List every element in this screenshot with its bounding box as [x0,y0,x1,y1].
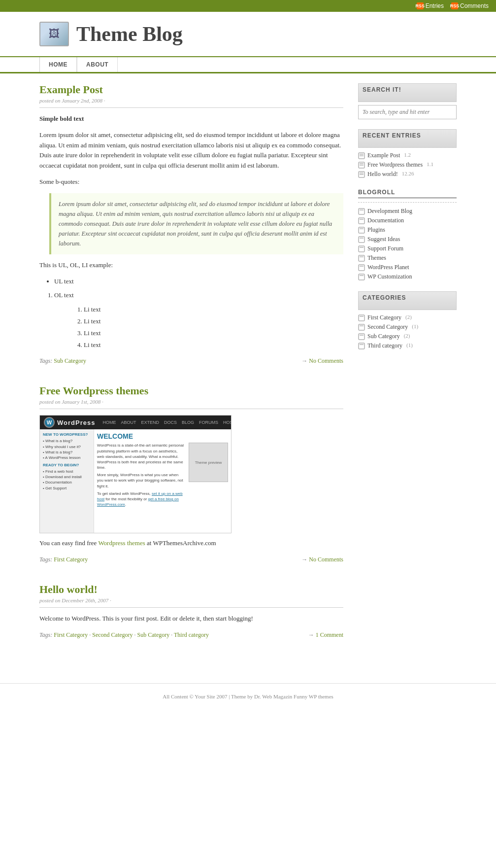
list-item: Plugins [358,225,457,235]
wp-nav-forums: FORUMS [199,420,218,425]
post-footer-free-wp: Tags: First Category → No Comments [39,556,343,563]
wp-nav-extend: EXTEND [141,420,159,425]
bold-text: Simple bold text [39,115,84,122]
wp-nav-hosting: HOSTING [223,420,231,425]
post-content-example: Simple bold text Lorem ipsum dolor sit a… [39,114,343,350]
ul-list: UL text [54,277,343,287]
post-link-free-wp[interactable]: Free Wordpress themes [39,384,148,397]
main-content: Example Post posted on January 2nd, 2008… [39,83,358,659]
comments-link-hello[interactable]: → 1 Comment [308,631,343,639]
tag-sub-category[interactable]: Sub Category [54,357,86,364]
list-item: Li text [84,305,343,315]
topbar: RSS Entries RSS Comments [0,0,496,12]
blogroll-link-plugins[interactable]: Plugins [367,226,385,234]
post-paragraph-1: Lorem ipsum dolor sit amet, consectetur … [39,130,343,171]
site-title: Theme Blog [76,22,183,46]
svg-rect-31 [359,343,364,349]
page-icon [358,314,365,321]
wp-wordmark: WordPress [57,419,95,426]
list-item: Documentation [358,216,457,225]
list-item: Development Blog [358,207,457,216]
tag-sub-cat[interactable]: Sub Category [137,631,170,638]
rss-icon: RSS [417,2,424,9]
entries-feed-link[interactable]: RSS Entries [417,2,444,9]
blogroll-link-documentation[interactable]: Documentation [367,217,404,224]
search-widget-header: SEARCH IT! [358,83,457,102]
comments-feed-label: Comments [460,2,489,9]
wp-nav-docs: DOCS [164,420,177,425]
tag-first-category[interactable]: First Category [54,556,88,563]
svg-rect-29 [359,334,364,340]
category-count: (1) [406,342,413,348]
entry-count: 1.1 [427,161,433,167]
ul-item: UL text [54,277,343,287]
category-link-third[interactable]: Third category [367,342,402,349]
post-meta-hello: posted on December 26th, 2007 · [39,597,343,608]
post-tags-free-wp: Tags: First Category [39,556,88,563]
nav-about[interactable]: ABOUT [77,57,118,72]
category-link-second[interactable]: Second Category [367,323,408,331]
post-footer-hello: Tags: First Category · Second Category ·… [39,631,343,639]
post-content-hello: Welcome to WordPress. This is your first… [39,614,343,624]
list-item: Themes [358,253,457,263]
list-item: Third category (1) [358,341,457,350]
search-input[interactable] [358,105,457,119]
category-link-sub[interactable]: Sub Category [367,333,400,340]
recent-entry-link[interactable]: Example Post [367,152,400,159]
page-icon [358,236,365,243]
svg-rect-27 [359,324,364,330]
recent-entry-link[interactable]: Free Wordpress themes [367,161,423,169]
page-icon [358,217,365,224]
post-link-example[interactable]: Example Post [39,83,103,96]
page-icon [358,255,365,262]
category-count: (2) [404,333,410,339]
nav-home[interactable]: HOME [39,57,77,72]
page-icon [358,227,365,234]
wp-logo: W [44,417,55,428]
categories-list: First Category (2) Second Category (1) S… [358,313,457,350]
search-title: SEARCH IT! [363,86,452,95]
blogroll-link-development[interactable]: Development Blog [367,208,412,215]
tag-third-cat[interactable]: Third category [174,631,209,638]
recent-entry-link[interactable]: Hello world! [367,171,398,178]
search-widget: SEARCH IT! [358,83,457,119]
post-example: Example Post posted on January 2nd, 2008… [39,83,343,365]
comments-feed-link[interactable]: RSS Comments [451,2,489,9]
tag-second-cat[interactable]: Second Category [92,631,132,638]
blogroll-link-support[interactable]: Support Forum [367,245,403,252]
list-item: Li text [84,340,343,350]
category-link-first[interactable]: First Category [367,314,401,321]
list-item: WP Customization [358,272,457,281]
post-para-hello: Welcome to WordPress. This is your first… [39,614,343,624]
list-item: Second Category (1) [358,322,457,332]
list-item: Li text [84,328,343,339]
no-comments-link-example[interactable]: → No Comments [301,357,343,365]
recent-entries-list: Example Post 1.2 Free Wordpress themes 1… [358,151,457,179]
page-icon [358,245,365,252]
svg-rect-25 [359,315,364,321]
list-item: Free Wordpress themes 1.1 [358,160,457,170]
svg-rect-23 [359,274,364,280]
blogroll-link-themes[interactable]: Themes [367,254,386,262]
blogroll-link-suggest-ideas[interactable]: Suggest Ideas [367,236,400,243]
page-icon [358,208,365,215]
wp-screenshot: W WordPress HOME ABOUT EXTEND DOCS BLOG … [39,415,231,533]
bquotes-label: Some b-quotes: [39,177,343,187]
blogroll-link-wp-planet[interactable]: WordPress Planet [367,264,409,271]
entry-count: 1.2 [404,152,411,158]
wp-themes-link[interactable]: Wordpress themes [98,539,145,547]
list-item: Example Post 1.2 [358,151,457,160]
site-footer: All Content © Your Site 2007 | Theme by … [0,683,496,709]
blogroll-link-wp-customization[interactable]: WP Customization [367,273,412,280]
post-link-hello[interactable]: Hello world! [39,583,98,595]
wp-content-area: NEW TO WORDPRESS? • What is a blog?• Why… [40,429,231,533]
wp-sidebar: NEW TO WORDPRESS? • What is a blog?• Why… [40,429,94,533]
tag-first-cat[interactable]: First Category [54,631,88,638]
categories-widget: CATEGORIES First Category (2) Second Cat… [358,291,457,350]
list-item: Suggest Ideas [358,235,457,244]
post-title-free-wp: Free Wordpress themes [39,384,343,397]
wp-main: WELCOME WordPress is a state-of-the-art … [94,429,231,533]
no-comments-link-free-wp[interactable]: → No Comments [301,556,343,563]
post-title-example: Example Post [39,83,343,96]
wp-nav-home: HOME [102,420,116,425]
